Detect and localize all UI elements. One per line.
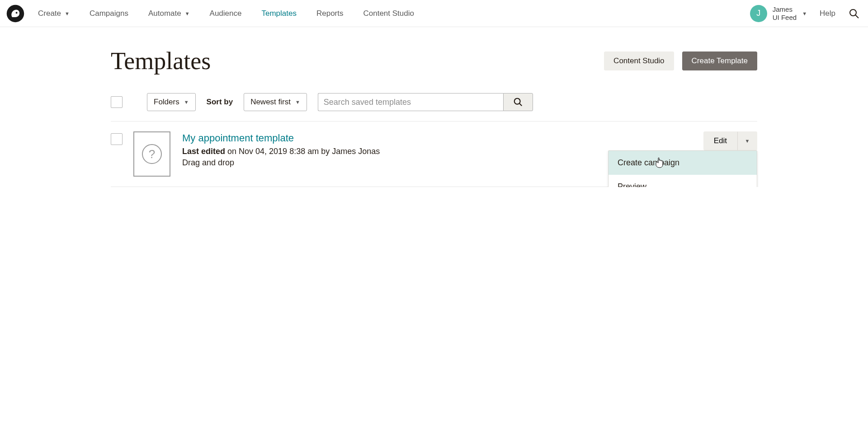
select-all-checkbox[interactable]	[111, 96, 123, 108]
row-actions-dropdown: Create campaign Preview Export as HTML S…	[608, 150, 757, 187]
nav-campaigns[interactable]: Campaigns	[90, 9, 128, 18]
nav-reports[interactable]: Reports	[316, 9, 344, 18]
sort-dropdown[interactable]: Newest first ▼	[244, 93, 307, 111]
meta-strong: Last edited	[182, 147, 225, 156]
search-wrap	[318, 93, 533, 111]
chevron-down-icon: ▼	[185, 11, 190, 16]
dropdown-create-campaign[interactable]: Create campaign	[609, 151, 757, 175]
content-studio-button[interactable]: Content Studio	[604, 51, 674, 70]
account-text: James UI Feed	[773, 5, 797, 21]
svg-point-1	[16, 12, 18, 14]
template-thumbnail[interactable]: ?	[133, 131, 170, 177]
edit-button[interactable]: Edit	[703, 131, 737, 150]
template-row: ? My appointment template Last edited on…	[111, 122, 757, 187]
sort-value: Newest first	[250, 98, 291, 107]
nav-create[interactable]: Create ▼	[38, 9, 70, 18]
sort-by-label: Sort by	[207, 98, 233, 107]
search-icon	[513, 97, 523, 107]
search-input[interactable]	[318, 93, 503, 111]
question-mark-icon: ?	[142, 144, 162, 164]
account-name: James	[773, 5, 797, 13]
chevron-down-icon: ▼	[65, 11, 70, 16]
page-header: Templates Content Studio Create Template	[111, 47, 757, 93]
svg-line-5	[519, 103, 522, 106]
global-search-button[interactable]	[848, 8, 860, 19]
folders-label: Folders	[154, 98, 179, 107]
nav-audience[interactable]: Audience	[210, 9, 242, 18]
template-title-link[interactable]: My appointment template	[182, 132, 703, 144]
help-label: Help	[820, 9, 835, 18]
nav-label: Audience	[210, 9, 242, 18]
nav-label: Templates	[261, 9, 296, 18]
top-nav: Create ▼ Campaigns Automate ▼ Audience T…	[0, 0, 868, 27]
nav-label: Content Studio	[363, 9, 414, 18]
account-menu[interactable]: J James UI Feed ▼	[750, 5, 807, 22]
account-area: J James UI Feed ▼ Help	[750, 5, 860, 22]
search-icon	[849, 8, 859, 19]
nav-label: Campaigns	[90, 9, 128, 18]
chevron-down-icon: ▼	[745, 138, 750, 144]
nav-links: Create ▼ Campaigns Automate ▼ Audience T…	[38, 9, 414, 18]
chevron-down-icon: ▼	[184, 99, 189, 105]
chevron-down-icon: ▼	[295, 99, 300, 105]
folders-dropdown[interactable]: Folders ▼	[147, 93, 196, 111]
avatar-initial: J	[756, 9, 760, 18]
nav-content-studio[interactable]: Content Studio	[363, 9, 414, 18]
row-checkbox[interactable]	[111, 133, 123, 145]
create-template-button[interactable]: Create Template	[682, 51, 757, 70]
nav-templates[interactable]: Templates	[261, 9, 296, 18]
svg-line-3	[855, 15, 859, 18]
toolbar: Folders ▼ Sort by Newest first ▼	[111, 93, 757, 122]
meta-rest: on Nov 04, 2019 8:38 am by James Jonas	[225, 147, 380, 156]
nav-automate[interactable]: Automate ▼	[148, 9, 190, 18]
mailchimp-logo-icon	[6, 4, 25, 23]
search-button[interactable]	[503, 93, 533, 111]
svg-point-2	[850, 9, 856, 16]
nav-label: Reports	[316, 9, 344, 18]
help-link[interactable]: Help	[820, 9, 835, 18]
chevron-down-icon: ▼	[802, 11, 807, 16]
svg-point-4	[514, 98, 520, 104]
mailchimp-logo[interactable]	[5, 4, 25, 23]
page-title: Templates	[111, 47, 211, 75]
page-content: Templates Content Studio Create Template…	[111, 27, 757, 187]
row-actions: Edit ▼	[703, 131, 757, 150]
edit-dropdown-toggle[interactable]: ▼	[737, 131, 757, 150]
nav-label: Automate	[148, 9, 181, 18]
nav-label: Create	[38, 9, 61, 18]
avatar: J	[750, 5, 767, 22]
account-org: UI Feed	[773, 14, 797, 21]
dropdown-preview[interactable]: Preview	[609, 175, 757, 187]
